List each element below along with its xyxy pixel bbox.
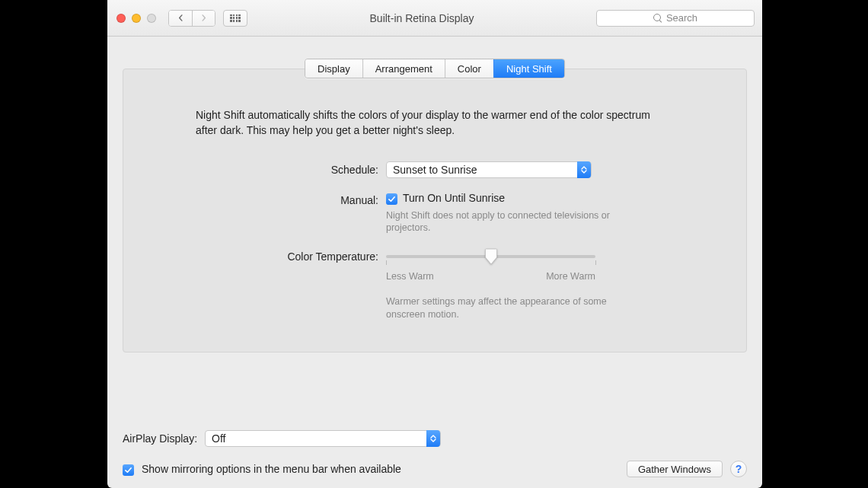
checkmark-icon <box>124 466 132 474</box>
search-placeholder: Search <box>666 12 697 24</box>
tab-arrangement[interactable]: Arrangement <box>362 59 445 78</box>
content-area: Display Arrangement Color Night Shift Ni… <box>107 37 762 488</box>
color-temperature-label: Color Temperature: <box>161 248 378 321</box>
mirroring-checkbox[interactable] <box>123 464 134 476</box>
chevron-left-icon <box>177 14 184 21</box>
window-controls <box>115 14 161 23</box>
schedule-label: Schedule: <box>161 161 378 178</box>
grid-icon <box>230 14 241 22</box>
airplay-value: Off <box>212 432 225 445</box>
tab-night-shift[interactable]: Night Shift <box>493 59 564 78</box>
bottom-row: Show mirroring options in the menu bar w… <box>123 461 747 477</box>
search-icon <box>653 14 662 23</box>
tab-display[interactable]: Display <box>305 59 362 78</box>
color-temperature-slider[interactable] <box>386 251 595 266</box>
close-window-button[interactable] <box>116 14 126 23</box>
search-field[interactable]: Search <box>596 10 755 27</box>
manual-label: Manual: <box>161 192 378 235</box>
settings-panel: Display Arrangement Color Night Shift Ni… <box>123 69 747 352</box>
manual-hint: Night Shift does not apply to connected … <box>386 209 614 235</box>
forward-button[interactable] <box>192 11 215 26</box>
slider-tick <box>595 260 596 265</box>
minimize-window-button[interactable] <box>132 14 141 23</box>
airplay-dropdown[interactable]: Off <box>205 430 441 447</box>
airplay-label: AirPlay Display: <box>123 432 197 445</box>
night-shift-description: Night Shift automatically shifts the col… <box>161 107 708 139</box>
slider-labels: Less Warm More Warm <box>386 271 595 282</box>
mirroring-checkbox-label: Show mirroring options in the menu bar w… <box>142 463 401 475</box>
slider-thumb[interactable] <box>484 248 497 265</box>
night-shift-form: Schedule: Sunset to Sunrise Manual: <box>161 161 708 322</box>
zoom-window-button[interactable] <box>147 14 156 23</box>
tab-color[interactable]: Color <box>445 59 493 78</box>
nav-segmented <box>168 10 215 27</box>
slider-tick <box>386 260 387 265</box>
titlebar: Built-in Retina Display Search <box>107 0 762 37</box>
question-mark-icon: ? <box>736 463 742 475</box>
help-button[interactable]: ? <box>730 461 747 477</box>
back-button[interactable] <box>169 11 192 26</box>
manual-checkbox[interactable] <box>386 193 397 205</box>
dropdown-stepper-icon <box>426 430 440 447</box>
dropdown-stepper-icon <box>577 161 591 178</box>
color-temperature-hint: Warmer settings may affect the appearanc… <box>386 295 614 321</box>
gather-windows-button[interactable]: Gather Windows <box>627 461 723 477</box>
slider-min-label: Less Warm <box>386 271 434 282</box>
show-all-button[interactable] <box>223 10 247 27</box>
tab-bar: Display Arrangement Color Night Shift <box>305 59 565 78</box>
chevron-right-icon <box>200 14 207 21</box>
footer: AirPlay Display: Off Show mirroring opti… <box>123 416 747 477</box>
schedule-dropdown[interactable]: Sunset to Sunrise <box>386 161 592 178</box>
schedule-value: Sunset to Sunrise <box>393 164 477 176</box>
preferences-window: Built-in Retina Display Search Display A… <box>107 0 762 488</box>
slider-max-label: More Warm <box>546 271 595 282</box>
manual-checkbox-label: Turn On Until Sunrise <box>403 192 505 204</box>
checkmark-icon <box>388 195 396 203</box>
airplay-row: AirPlay Display: Off <box>123 430 747 447</box>
window-title: Built-in Retina Display <box>255 12 589 24</box>
